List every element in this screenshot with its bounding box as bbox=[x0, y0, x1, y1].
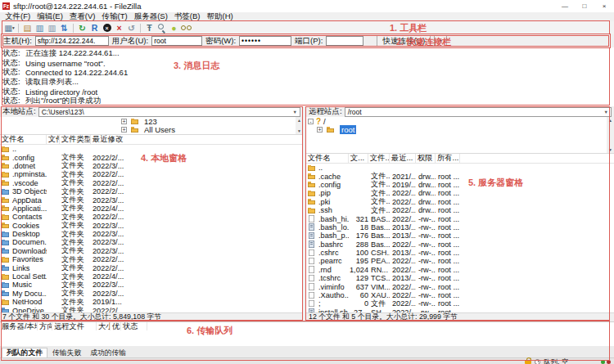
tab-failed-transfers[interactable]: 传输失败 bbox=[48, 348, 85, 357]
local-file-row[interactable]: .npminsta... 文件夹 2022/2/... bbox=[0, 170, 303, 178]
local-tree-item[interactable]: + 123 bbox=[0, 117, 303, 126]
remote-file-row[interactable]: .tcshrc 129 TCS... 2013/... -rw-... root… bbox=[306, 274, 614, 282]
expander-plus-icon[interactable]: + bbox=[121, 127, 127, 133]
local-tree-item[interactable]: + All Users bbox=[0, 126, 303, 135]
remote-file-row[interactable]: .cache 文件... 2021/... drw... root ... bbox=[306, 172, 614, 180]
local-file-row[interactable]: My Docu... 文件夹 2022/3/... bbox=[0, 290, 303, 298]
column-modified[interactable]: 最近修改 bbox=[91, 135, 303, 144]
scroll-up-icon[interactable]: ▲ bbox=[608, 117, 612, 124]
local-file-row[interactable]: Local Sett... 文件夹 2022/4/... bbox=[0, 272, 303, 281]
toggle-queue-icon[interactable]: ⇅ bbox=[58, 23, 70, 34]
file-modified: 2022/2/... bbox=[91, 255, 303, 263]
process-queue-icon[interactable]: R bbox=[88, 23, 101, 34]
local-file-list: .. .config 文件夹 2022/2/... .dotnet bbox=[0, 145, 303, 312]
remote-file-row[interactable]: .pearrc 195 PEA... 2022/... -rw-... root… bbox=[306, 257, 614, 265]
remote-file-row[interactable]: .Xautho... 60 XAU... 2022/... -rw-... ro… bbox=[306, 291, 614, 299]
local-file-row[interactable]: Links 文件夹 2022/2/... bbox=[0, 263, 303, 272]
local-file-row[interactable]: OneDrive 文件夹 2022/2/... bbox=[0, 306, 303, 312]
remote-file-row[interactable]: .cshrc 100 CSH... 2013/... -rw-... root … bbox=[306, 249, 614, 257]
tab-queued-files[interactable]: 列队的文件 bbox=[2, 348, 47, 357]
file-modified: 2022/2/... bbox=[91, 170, 303, 178]
minimize-button[interactable]: — bbox=[555, 0, 575, 12]
column-filetype[interactable]: 文件类型 bbox=[60, 135, 91, 144]
close-button[interactable]: × bbox=[594, 0, 614, 12]
local-file-row[interactable]: .. bbox=[0, 145, 303, 153]
quickconnect-dropdown-icon[interactable]: ▼ bbox=[434, 35, 447, 47]
remote-file-row[interactable]: .ssh 文件... 2022/... drw... root ... bbox=[306, 206, 614, 214]
sync-browsing-icon[interactable]: ● bbox=[168, 23, 180, 34]
remote-file-row[interactable]: .rnd 1,024 RN... 2022/... -rw-... root .… bbox=[306, 266, 614, 274]
remote-file-row[interactable]: .viminfo 637 VIM... 2022/... -rw-... roo… bbox=[306, 282, 614, 290]
local-file-row[interactable]: Contacts 文件夹 2022/2/... bbox=[0, 213, 303, 221]
refresh-icon[interactable]: ↻ bbox=[76, 23, 88, 34]
expander-minus-icon[interactable]: - bbox=[308, 119, 314, 124]
password-input[interactable] bbox=[239, 36, 291, 46]
site-manager-icon[interactable]: ▦▾ bbox=[3, 23, 16, 34]
toolbar-separator[interactable] bbox=[140, 24, 141, 33]
remote-file-row[interactable]: .config 文件... 2019/... drw... root ... bbox=[306, 181, 614, 189]
local-file-row[interactable]: Downloads 文件夹 2022/3/... bbox=[0, 247, 303, 255]
local-file-row[interactable]: NetHood 文件夹 2019/1... bbox=[0, 298, 303, 306]
maximize-button[interactable]: □ bbox=[575, 0, 594, 12]
scroll-down-icon[interactable]: ▼ bbox=[608, 146, 612, 153]
toolbar-separator[interactable] bbox=[73, 24, 74, 33]
remote-file-row[interactable]: .bash_lo... 18 Bas... 2013/... -rw-... r… bbox=[306, 223, 614, 231]
expander-plus-icon[interactable]: + bbox=[121, 119, 127, 124]
expander-plus-icon[interactable]: + bbox=[317, 127, 323, 133]
remote-file-row[interactable]: .pip 文件... 2022/... drw... root ... bbox=[306, 189, 614, 197]
column-filename[interactable]: 文件名 bbox=[0, 135, 47, 144]
host-input[interactable] bbox=[35, 36, 109, 46]
column-filetype[interactable]: 文件... bbox=[368, 154, 390, 163]
scroll-up-icon[interactable]: ▲ bbox=[297, 117, 301, 124]
filter-icon[interactable]: Ŧ bbox=[143, 23, 156, 34]
tab-successful-transfers[interactable]: 成功的传输 bbox=[86, 348, 130, 357]
toolbar-separator[interactable] bbox=[18, 24, 19, 33]
local-file-row[interactable]: Cookies 文件夹 2022/3/... bbox=[0, 222, 303, 230]
local-file-row[interactable]: Documen... 文件夹 2022/3/... bbox=[0, 238, 303, 246]
local-file-row[interactable]: 3D Objects 文件夹 2022/2/... bbox=[0, 187, 303, 195]
remote-file-row[interactable]: .bash_p... 176 Bas... 2013/... -rw-... r… bbox=[306, 231, 614, 240]
scroll-down-icon[interactable]: ▼ bbox=[297, 128, 301, 134]
remote-file-row[interactable]: .bash_hi... 321 BAS... 2022/... -rw-... … bbox=[306, 214, 614, 222]
quickconnect-button[interactable]: 快速连接(Q) bbox=[377, 35, 431, 47]
local-file-row[interactable]: .config 文件夹 2022/2/... bbox=[0, 153, 303, 161]
column-modified[interactable]: 最近... bbox=[390, 154, 416, 163]
local-file-row[interactable]: .vscode 文件夹 2022/2/... bbox=[0, 179, 303, 187]
file-modified: 2022/... bbox=[390, 215, 416, 223]
remote-tree-root[interactable]: - ? / bbox=[306, 117, 614, 126]
local-file-row[interactable]: Favorites 文件夹 2022/2/... bbox=[0, 255, 303, 263]
remote-file-row[interactable]: .bashrc 288 Bas... 2022/... -rw-... root… bbox=[306, 240, 614, 249]
column-filesize[interactable]: 文件... bbox=[47, 135, 60, 144]
local-file-row[interactable]: Applicati... 文件夹 2022/4/... bbox=[0, 204, 303, 213]
local-file-row[interactable]: AppData 文件夹 2022/3/... bbox=[0, 195, 303, 204]
local-file-row[interactable]: Desktop 文件夹 2022/3/... bbox=[0, 230, 303, 238]
remote-file-row[interactable]: ; 0 文件 2022/... -rw-... root ... bbox=[306, 299, 614, 308]
reconnect-icon[interactable]: ↺ bbox=[125, 23, 138, 34]
local-site-combobox[interactable]: C:\Users\123\ ▼ bbox=[38, 107, 300, 117]
file-icon bbox=[308, 299, 316, 308]
remote-site-combobox[interactable]: /root ▼ bbox=[345, 107, 612, 117]
column-filename[interactable]: 文件名 bbox=[306, 154, 349, 163]
remote-file-row[interactable]: .. bbox=[306, 164, 614, 172]
port-input[interactable] bbox=[326, 36, 363, 46]
chevron-down-icon[interactable]: ▼ bbox=[293, 110, 297, 115]
search-icon[interactable] bbox=[156, 23, 168, 34]
toggle-remote-tree-icon[interactable]: ▥ bbox=[46, 23, 58, 34]
local-file-row[interactable]: Music 文件夹 2022/3/... bbox=[0, 281, 303, 289]
toggle-log-icon[interactable]: ▤ bbox=[21, 23, 34, 34]
remote-tree-scrollbar[interactable]: ▲▼ bbox=[607, 117, 614, 153]
compare-icon[interactable] bbox=[180, 23, 192, 34]
column-filesize[interactable]: 文... bbox=[349, 154, 368, 163]
toggle-local-tree-icon[interactable]: ▥ bbox=[34, 23, 46, 34]
column-permissions[interactable]: 权限 bbox=[416, 154, 436, 163]
column-owner[interactable]: 所有... bbox=[436, 154, 460, 163]
disconnect-icon[interactable]: × bbox=[113, 23, 125, 34]
local-tree-scrollbar[interactable]: ▲▼ bbox=[296, 117, 303, 134]
chevron-down-icon[interactable]: ▼ bbox=[604, 110, 608, 115]
local-file-row[interactable]: .dotnet 文件夹 2022/3/... bbox=[0, 162, 303, 170]
cancel-icon[interactable]: × bbox=[101, 23, 113, 34]
remote-tree-item-root[interactable]: + root bbox=[306, 126, 614, 135]
username-input[interactable] bbox=[151, 36, 202, 46]
remote-file-row[interactable]: install.sh 27... SH ... 2022/... -rw-...… bbox=[306, 308, 614, 312]
remote-file-row[interactable]: .pki 文件... 2022/... drw... root ... bbox=[306, 198, 614, 206]
